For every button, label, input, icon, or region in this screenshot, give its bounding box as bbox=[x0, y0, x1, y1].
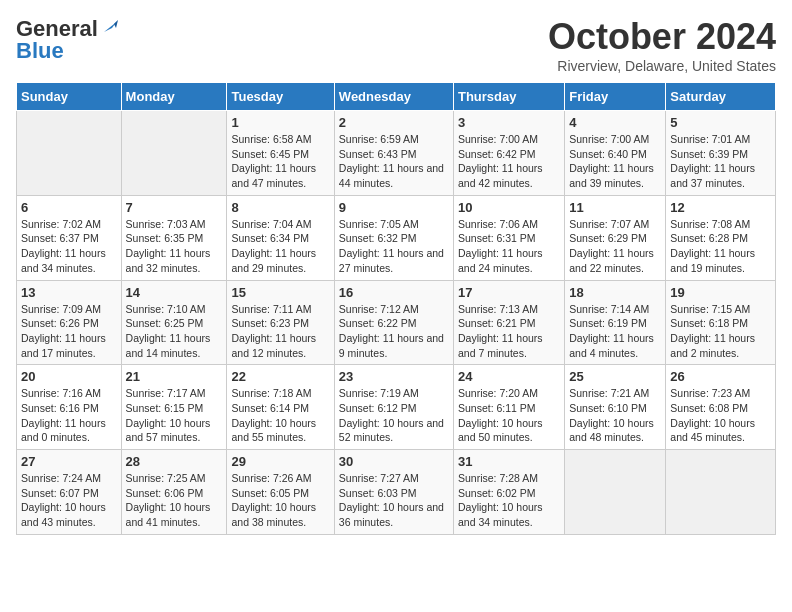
sunrise-text: Sunrise: 7:11 AM bbox=[231, 302, 329, 317]
week-row-3: 13Sunrise: 7:09 AMSunset: 6:26 PMDayligh… bbox=[17, 280, 776, 365]
calendar-cell: 8Sunrise: 7:04 AMSunset: 6:34 PMDaylight… bbox=[227, 195, 334, 280]
calendar-cell: 11Sunrise: 7:07 AMSunset: 6:29 PMDayligh… bbox=[565, 195, 666, 280]
sunset-text: Sunset: 6:23 PM bbox=[231, 316, 329, 331]
day-info: Sunrise: 6:59 AMSunset: 6:43 PMDaylight:… bbox=[339, 132, 449, 191]
sunrise-text: Sunrise: 7:12 AM bbox=[339, 302, 449, 317]
day-info: Sunrise: 6:58 AMSunset: 6:45 PMDaylight:… bbox=[231, 132, 329, 191]
daylight-text: Daylight: 11 hours and 32 minutes. bbox=[126, 246, 223, 275]
sunset-text: Sunset: 6:16 PM bbox=[21, 401, 117, 416]
dow-sunday: Sunday bbox=[17, 83, 122, 111]
calendar-cell: 27Sunrise: 7:24 AMSunset: 6:07 PMDayligh… bbox=[17, 450, 122, 535]
sunset-text: Sunset: 6:08 PM bbox=[670, 401, 771, 416]
day-info: Sunrise: 7:05 AMSunset: 6:32 PMDaylight:… bbox=[339, 217, 449, 276]
dow-monday: Monday bbox=[121, 83, 227, 111]
calendar-cell: 25Sunrise: 7:21 AMSunset: 6:10 PMDayligh… bbox=[565, 365, 666, 450]
calendar-cell: 19Sunrise: 7:15 AMSunset: 6:18 PMDayligh… bbox=[666, 280, 776, 365]
sunrise-text: Sunrise: 7:25 AM bbox=[126, 471, 223, 486]
calendar-cell: 9Sunrise: 7:05 AMSunset: 6:32 PMDaylight… bbox=[334, 195, 453, 280]
sunset-text: Sunset: 6:31 PM bbox=[458, 231, 560, 246]
sunset-text: Sunset: 6:35 PM bbox=[126, 231, 223, 246]
subtitle: Riverview, Delaware, United States bbox=[548, 58, 776, 74]
sunrise-text: Sunrise: 7:26 AM bbox=[231, 471, 329, 486]
calendar-cell: 10Sunrise: 7:06 AMSunset: 6:31 PMDayligh… bbox=[453, 195, 564, 280]
daylight-text: Daylight: 10 hours and 45 minutes. bbox=[670, 416, 771, 445]
sunset-text: Sunset: 6:11 PM bbox=[458, 401, 560, 416]
sunrise-text: Sunrise: 7:27 AM bbox=[339, 471, 449, 486]
calendar-cell: 3Sunrise: 7:00 AMSunset: 6:42 PMDaylight… bbox=[453, 111, 564, 196]
sunrise-text: Sunrise: 7:21 AM bbox=[569, 386, 661, 401]
day-number: 17 bbox=[458, 285, 560, 300]
day-number: 23 bbox=[339, 369, 449, 384]
day-number: 5 bbox=[670, 115, 771, 130]
sunset-text: Sunset: 6:25 PM bbox=[126, 316, 223, 331]
day-info: Sunrise: 7:15 AMSunset: 6:18 PMDaylight:… bbox=[670, 302, 771, 361]
daylight-text: Daylight: 11 hours and 47 minutes. bbox=[231, 161, 329, 190]
sunrise-text: Sunrise: 7:23 AM bbox=[670, 386, 771, 401]
day-info: Sunrise: 7:02 AMSunset: 6:37 PMDaylight:… bbox=[21, 217, 117, 276]
day-info: Sunrise: 7:08 AMSunset: 6:28 PMDaylight:… bbox=[670, 217, 771, 276]
daylight-text: Daylight: 11 hours and 22 minutes. bbox=[569, 246, 661, 275]
day-number: 30 bbox=[339, 454, 449, 469]
calendar-table: SundayMondayTuesdayWednesdayThursdayFrid… bbox=[16, 82, 776, 535]
day-info: Sunrise: 7:20 AMSunset: 6:11 PMDaylight:… bbox=[458, 386, 560, 445]
sunset-text: Sunset: 6:14 PM bbox=[231, 401, 329, 416]
day-info: Sunrise: 7:11 AMSunset: 6:23 PMDaylight:… bbox=[231, 302, 329, 361]
day-number: 14 bbox=[126, 285, 223, 300]
daylight-text: Daylight: 10 hours and 57 minutes. bbox=[126, 416, 223, 445]
day-info: Sunrise: 7:07 AMSunset: 6:29 PMDaylight:… bbox=[569, 217, 661, 276]
day-number: 10 bbox=[458, 200, 560, 215]
day-info: Sunrise: 7:26 AMSunset: 6:05 PMDaylight:… bbox=[231, 471, 329, 530]
sunset-text: Sunset: 6:03 PM bbox=[339, 486, 449, 501]
daylight-text: Daylight: 10 hours and 41 minutes. bbox=[126, 500, 223, 529]
sunrise-text: Sunrise: 6:58 AM bbox=[231, 132, 329, 147]
sunrise-text: Sunrise: 7:08 AM bbox=[670, 217, 771, 232]
day-info: Sunrise: 7:21 AMSunset: 6:10 PMDaylight:… bbox=[569, 386, 661, 445]
day-info: Sunrise: 7:01 AMSunset: 6:39 PMDaylight:… bbox=[670, 132, 771, 191]
sunset-text: Sunset: 6:40 PM bbox=[569, 147, 661, 162]
daylight-text: Daylight: 10 hours and 52 minutes. bbox=[339, 416, 449, 445]
daylight-text: Daylight: 11 hours and 7 minutes. bbox=[458, 331, 560, 360]
day-info: Sunrise: 7:10 AMSunset: 6:25 PMDaylight:… bbox=[126, 302, 223, 361]
week-row-2: 6Sunrise: 7:02 AMSunset: 6:37 PMDaylight… bbox=[17, 195, 776, 280]
day-number: 15 bbox=[231, 285, 329, 300]
sunset-text: Sunset: 6:43 PM bbox=[339, 147, 449, 162]
day-number: 18 bbox=[569, 285, 661, 300]
daylight-text: Daylight: 11 hours and 19 minutes. bbox=[670, 246, 771, 275]
sunset-text: Sunset: 6:45 PM bbox=[231, 147, 329, 162]
calendar-cell bbox=[17, 111, 122, 196]
svg-marker-1 bbox=[114, 20, 118, 28]
sunset-text: Sunset: 6:32 PM bbox=[339, 231, 449, 246]
sunrise-text: Sunrise: 7:00 AM bbox=[569, 132, 661, 147]
sunset-text: Sunset: 6:26 PM bbox=[21, 316, 117, 331]
day-number: 28 bbox=[126, 454, 223, 469]
sunrise-text: Sunrise: 7:10 AM bbox=[126, 302, 223, 317]
daylight-text: Daylight: 10 hours and 38 minutes. bbox=[231, 500, 329, 529]
day-number: 19 bbox=[670, 285, 771, 300]
calendar-cell: 2Sunrise: 6:59 AMSunset: 6:43 PMDaylight… bbox=[334, 111, 453, 196]
daylight-text: Daylight: 10 hours and 48 minutes. bbox=[569, 416, 661, 445]
calendar-cell: 7Sunrise: 7:03 AMSunset: 6:35 PMDaylight… bbox=[121, 195, 227, 280]
sunset-text: Sunset: 6:22 PM bbox=[339, 316, 449, 331]
sunset-text: Sunset: 6:42 PM bbox=[458, 147, 560, 162]
day-number: 12 bbox=[670, 200, 771, 215]
calendar-cell bbox=[121, 111, 227, 196]
sunset-text: Sunset: 6:18 PM bbox=[670, 316, 771, 331]
dow-tuesday: Tuesday bbox=[227, 83, 334, 111]
sunrise-text: Sunrise: 7:13 AM bbox=[458, 302, 560, 317]
daylight-text: Daylight: 11 hours and 27 minutes. bbox=[339, 246, 449, 275]
calendar-cell: 12Sunrise: 7:08 AMSunset: 6:28 PMDayligh… bbox=[666, 195, 776, 280]
sunrise-text: Sunrise: 7:04 AM bbox=[231, 217, 329, 232]
daylight-text: Daylight: 11 hours and 14 minutes. bbox=[126, 331, 223, 360]
daylight-text: Daylight: 11 hours and 2 minutes. bbox=[670, 331, 771, 360]
week-row-4: 20Sunrise: 7:16 AMSunset: 6:16 PMDayligh… bbox=[17, 365, 776, 450]
sunset-text: Sunset: 6:19 PM bbox=[569, 316, 661, 331]
calendar-cell: 4Sunrise: 7:00 AMSunset: 6:40 PMDaylight… bbox=[565, 111, 666, 196]
daylight-text: Daylight: 10 hours and 50 minutes. bbox=[458, 416, 560, 445]
day-info: Sunrise: 7:18 AMSunset: 6:14 PMDaylight:… bbox=[231, 386, 329, 445]
dow-wednesday: Wednesday bbox=[334, 83, 453, 111]
day-info: Sunrise: 7:25 AMSunset: 6:06 PMDaylight:… bbox=[126, 471, 223, 530]
daylight-text: Daylight: 10 hours and 55 minutes. bbox=[231, 416, 329, 445]
sunset-text: Sunset: 6:10 PM bbox=[569, 401, 661, 416]
day-number: 9 bbox=[339, 200, 449, 215]
sunrise-text: Sunrise: 7:03 AM bbox=[126, 217, 223, 232]
